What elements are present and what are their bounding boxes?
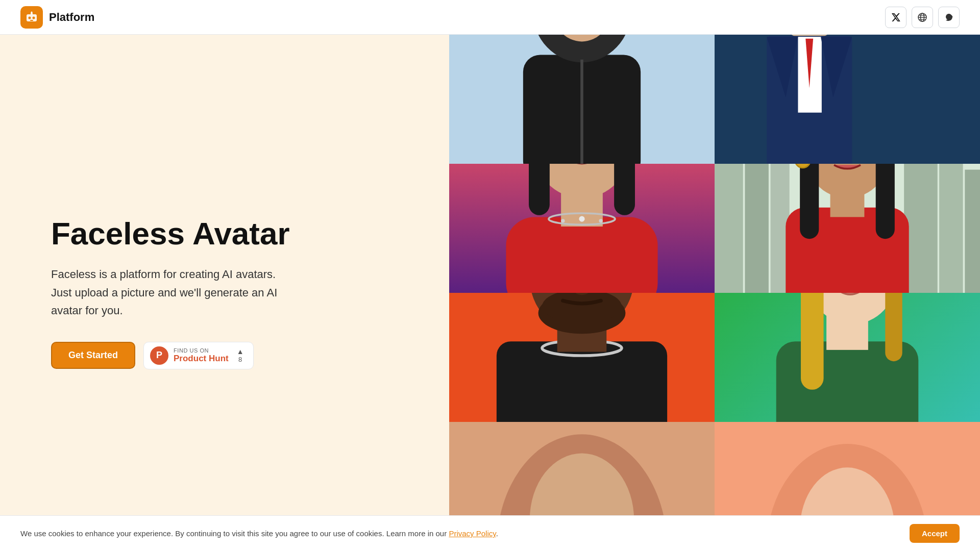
svg-rect-47 bbox=[939, 164, 963, 293]
hero-title: Faceless Avatar bbox=[51, 216, 398, 251]
svg-point-1 bbox=[29, 16, 31, 19]
svg-point-35 bbox=[579, 216, 584, 222]
product-hunt-text: FIND US ON Product Hunt bbox=[174, 347, 229, 364]
svg-rect-48 bbox=[965, 170, 980, 293]
svg-rect-59 bbox=[497, 341, 667, 422]
svg-point-2 bbox=[33, 16, 35, 19]
get-started-button[interactable]: Get Started bbox=[51, 342, 135, 369]
globe-button[interactable] bbox=[912, 7, 933, 28]
cookie-message: We use cookies to enhance your experienc… bbox=[20, 529, 447, 538]
svg-point-5 bbox=[31, 11, 33, 13]
dark-mode-button[interactable] bbox=[938, 7, 960, 28]
nav-title: Platform bbox=[49, 11, 94, 24]
svg-point-37 bbox=[599, 219, 602, 222]
svg-rect-3 bbox=[30, 20, 33, 21]
svg-point-36 bbox=[561, 219, 565, 222]
avatar-card-5 bbox=[449, 293, 715, 422]
avatar-card-4 bbox=[715, 164, 980, 293]
logo-icon bbox=[20, 6, 43, 29]
cta-row: Get Started P FIND US ON Product Hunt ▲ … bbox=[51, 342, 398, 369]
svg-rect-49 bbox=[904, 164, 937, 293]
avatar-grid bbox=[449, 35, 980, 551]
svg-rect-76 bbox=[885, 293, 902, 361]
svg-rect-40 bbox=[529, 164, 550, 215]
nav-brand: Platform bbox=[20, 6, 94, 29]
product-hunt-upvote: ▲ 8 bbox=[237, 347, 244, 363]
upvote-arrow-icon: ▲ bbox=[237, 347, 244, 356]
nav-actions bbox=[885, 7, 960, 28]
main-content: Faceless Avatar Faceless is a platform f… bbox=[0, 35, 980, 551]
svg-rect-75 bbox=[801, 293, 824, 390]
navbar: Platform bbox=[0, 0, 980, 35]
avatar-card-1 bbox=[449, 35, 715, 164]
avatar-card-3 bbox=[449, 164, 715, 293]
hero-description: Faceless is a platform for creating AI a… bbox=[51, 265, 296, 319]
svg-rect-44 bbox=[745, 164, 768, 293]
product-hunt-link[interactable]: P FIND US ON Product Hunt ▲ 8 bbox=[143, 342, 254, 369]
svg-rect-56 bbox=[800, 164, 819, 239]
avatar-card-6 bbox=[715, 293, 980, 422]
accept-button[interactable]: Accept bbox=[910, 524, 960, 543]
cookie-text: We use cookies to enhance your experienc… bbox=[20, 529, 498, 538]
upvote-count: 8 bbox=[238, 356, 242, 363]
svg-rect-43 bbox=[715, 164, 743, 293]
svg-rect-57 bbox=[876, 164, 895, 239]
cookie-bar: We use cookies to enhance your experienc… bbox=[0, 515, 980, 551]
privacy-policy-link[interactable]: Privacy Policy bbox=[449, 529, 496, 538]
avatar-card-2 bbox=[715, 35, 980, 164]
product-hunt-find-us: FIND US ON bbox=[174, 347, 229, 354]
twitter-x-button[interactable] bbox=[885, 7, 906, 28]
product-hunt-logo: P bbox=[150, 346, 168, 365]
product-hunt-name: Product Hunt bbox=[174, 354, 229, 364]
svg-rect-32 bbox=[506, 217, 657, 293]
svg-rect-41 bbox=[614, 164, 635, 215]
hero-section: Faceless Avatar Faceless is a platform f… bbox=[0, 35, 449, 551]
